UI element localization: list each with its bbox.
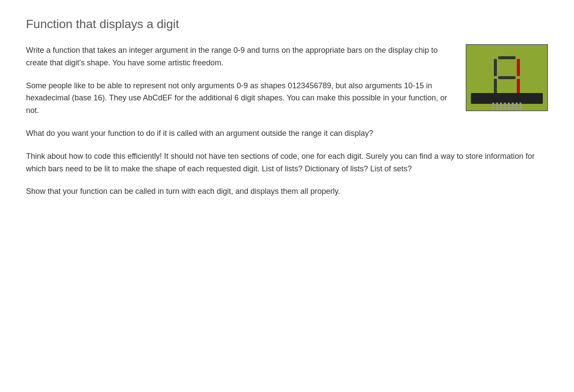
chip-pins [493,103,522,110]
page-title: Function that displays a digit [26,17,548,31]
pin [504,103,506,110]
seg-middle [498,76,516,79]
pin [508,103,510,110]
segment-chip-graphic [466,44,548,111]
paragraph-4: Think about how to code this efficiently… [26,150,548,175]
seg-top-right [517,59,520,76]
seg-top-left [494,59,497,76]
pin [516,103,518,110]
content-area: Write a function that takes an integer a… [26,44,548,208]
segment-display-image [466,44,548,111]
pin [512,103,514,110]
pin [493,103,494,110]
pin [520,103,522,110]
paragraph-3: What do you want your function to do if … [26,127,548,140]
pin [496,103,498,110]
paragraph-5: Show that your function can be called in… [26,185,548,198]
pin [500,103,502,110]
seg-top [498,56,516,59]
